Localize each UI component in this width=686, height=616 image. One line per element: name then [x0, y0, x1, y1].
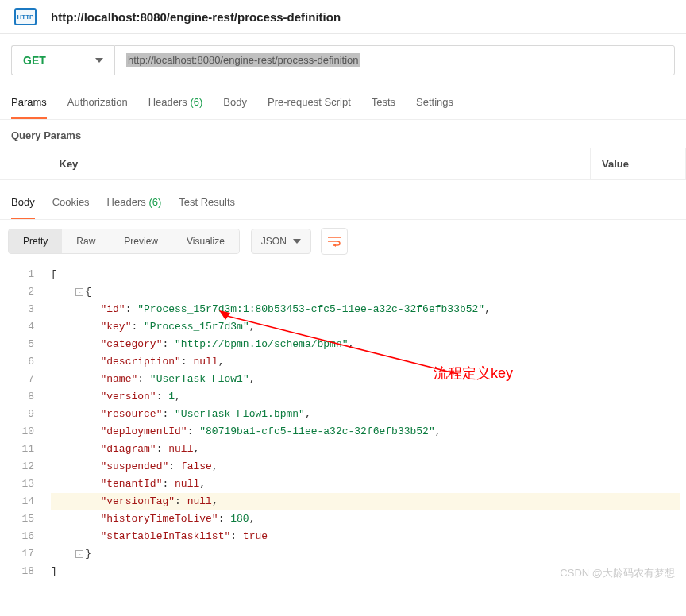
code-content: [ -{ "id": "Process_15r7d3m:1:80b53453-c…	[44, 263, 686, 583]
tab-body[interactable]: Body	[223, 87, 247, 119]
resp-tab-cookies[interactable]: Cookies	[52, 187, 90, 219]
svg-marker-2	[333, 244, 336, 247]
method-select[interactable]: GET	[11, 45, 114, 75]
watermark: CSDN @大龄码农有梦想	[560, 566, 675, 580]
wrap-icon	[328, 236, 341, 247]
view-pretty[interactable]: Pretty	[9, 229, 62, 253]
resp-tab-body[interactable]: Body	[11, 187, 35, 219]
view-visualize[interactable]: Visualize	[172, 229, 239, 253]
http-badge-icon: HTTP	[14, 8, 37, 25]
line-gutter: 1 2 3 4 5 6 7 8 9 10 11 12 13 14 15 16 1…	[0, 263, 44, 583]
request-tabs: Params Authorization Headers (6) Body Pr…	[0, 87, 686, 120]
response-tabs: Body Cookies Headers (6) Test Results	[0, 187, 686, 220]
tab-authorization[interactable]: Authorization	[67, 87, 128, 119]
url-input[interactable]: http://localhost:8080/engine-rest/proces…	[114, 45, 675, 75]
tab-prerequest[interactable]: Pre-request Script	[268, 87, 351, 119]
chevron-down-icon	[95, 58, 103, 63]
params-table: Key Value	[0, 148, 686, 180]
tab-headers[interactable]: Headers (6)	[148, 87, 203, 119]
query-params-label: Query Params	[0, 120, 686, 148]
tab-settings[interactable]: Settings	[416, 87, 453, 119]
resp-tab-headers[interactable]: Headers (6)	[107, 187, 162, 219]
wrap-lines-button[interactable]	[321, 228, 348, 255]
response-view-group: Pretty Raw Preview Visualize	[8, 229, 240, 254]
chevron-down-icon	[293, 239, 301, 244]
view-raw[interactable]: Raw	[62, 229, 110, 253]
format-select[interactable]: JSON	[251, 229, 311, 254]
request-title: http://localhost:8080/engine-rest/proces…	[51, 10, 341, 24]
resp-tab-testresults[interactable]: Test Results	[179, 187, 235, 219]
params-col-value: Value	[591, 148, 686, 180]
params-col-key: Key	[48, 148, 591, 180]
view-preview[interactable]: Preview	[110, 229, 172, 253]
tab-params[interactable]: Params	[11, 87, 47, 119]
response-body[interactable]: 1 2 3 4 5 6 7 8 9 10 11 12 13 14 15 16 1…	[0, 263, 686, 583]
params-col-check	[0, 148, 48, 180]
annotation-text: 流程定义key	[434, 364, 513, 382]
method-label: GET	[23, 54, 46, 67]
tab-tests[interactable]: Tests	[372, 87, 395, 119]
